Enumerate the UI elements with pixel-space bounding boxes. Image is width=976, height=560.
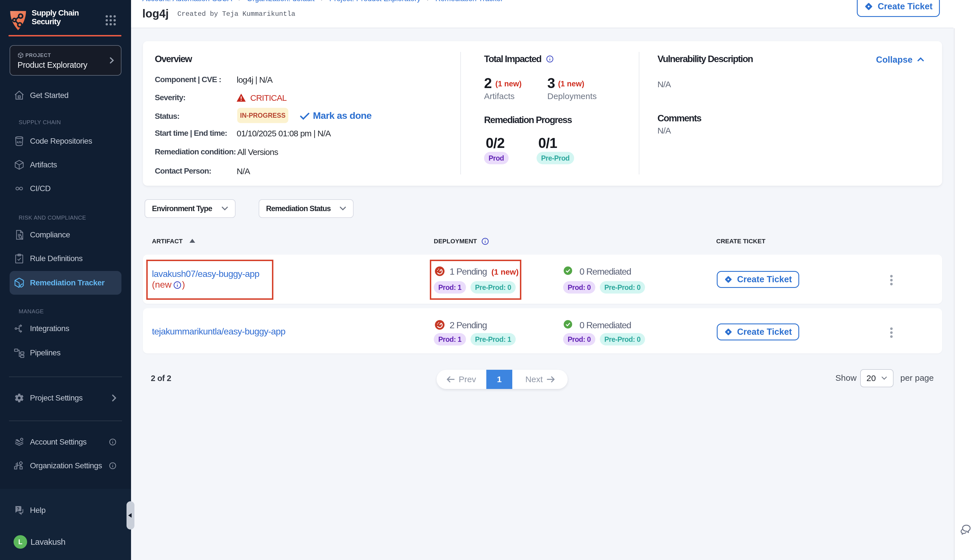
svg-text:?: ? [17,507,20,512]
